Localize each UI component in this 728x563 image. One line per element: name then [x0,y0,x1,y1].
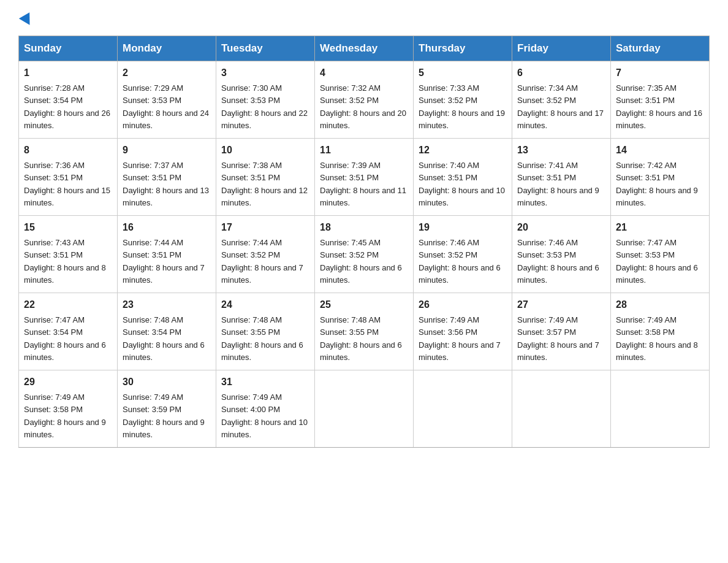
day-number: 17 [221,220,309,235]
calendar-cell: 20Sunrise: 7:46 AMSunset: 3:53 PMDayligh… [512,216,611,293]
day-info: Sunrise: 7:44 AMSunset: 3:51 PMDaylight:… [123,238,205,285]
calendar-cell: 7Sunrise: 7:35 AMSunset: 3:51 PMDaylight… [611,61,710,139]
day-number: 14 [616,143,704,158]
day-info: Sunrise: 7:49 AMSunset: 4:00 PMDaylight:… [221,393,308,439]
calendar-cell: 12Sunrise: 7:40 AMSunset: 3:51 PMDayligh… [414,139,512,216]
day-info: Sunrise: 7:35 AMSunset: 3:51 PMDaylight:… [616,83,702,130]
calendar-cell: 2Sunrise: 7:29 AMSunset: 3:53 PMDaylight… [118,61,216,139]
day-info: Sunrise: 7:28 AMSunset: 3:54 PMDaylight:… [24,83,110,130]
calendar-cell: 13Sunrise: 7:41 AMSunset: 3:51 PMDayligh… [512,139,611,216]
logo-triangle-icon [19,12,35,28]
day-info: Sunrise: 7:30 AMSunset: 3:53 PMDaylight:… [221,83,308,130]
calendar-cell: 24Sunrise: 7:48 AMSunset: 3:55 PMDayligh… [216,293,315,370]
calendar-cell [315,370,414,448]
day-info: Sunrise: 7:40 AMSunset: 3:51 PMDaylight:… [419,161,505,207]
day-number: 31 [221,375,309,389]
calendar-cell [512,370,611,448]
day-number: 6 [517,66,605,80]
day-info: Sunrise: 7:46 AMSunset: 3:52 PMDaylight:… [419,238,501,285]
day-info: Sunrise: 7:38 AMSunset: 3:51 PMDaylight:… [221,161,308,207]
weekday-header-row: SundayMondayTuesdayWednesdayThursdayFrid… [19,36,710,61]
day-info: Sunrise: 7:45 AMSunset: 3:52 PMDaylight:… [320,238,402,285]
weekday-header-tuesday: Tuesday [216,36,315,61]
calendar-cell: 1Sunrise: 7:28 AMSunset: 3:54 PMDaylight… [19,61,118,139]
calendar-cell: 9Sunrise: 7:37 AMSunset: 3:51 PMDaylight… [118,139,216,216]
week-row-1: 1Sunrise: 7:28 AMSunset: 3:54 PMDaylight… [19,61,710,139]
day-info: Sunrise: 7:34 AMSunset: 3:52 PMDaylight:… [517,83,604,130]
day-number: 27 [517,297,605,312]
calendar-cell [414,370,512,448]
day-number: 9 [123,143,211,158]
calendar-cell: 4Sunrise: 7:32 AMSunset: 3:52 PMDaylight… [315,61,414,139]
day-info: Sunrise: 7:46 AMSunset: 3:53 PMDaylight:… [517,238,599,285]
day-info: Sunrise: 7:49 AMSunset: 3:56 PMDaylight:… [419,315,501,362]
week-row-5: 29Sunrise: 7:49 AMSunset: 3:58 PMDayligh… [19,370,710,448]
day-info: Sunrise: 7:29 AMSunset: 3:53 PMDaylight:… [123,83,209,130]
calendar-cell: 17Sunrise: 7:44 AMSunset: 3:52 PMDayligh… [216,216,315,293]
day-number: 12 [419,143,507,158]
weekday-header-friday: Friday [512,36,611,61]
day-number: 16 [123,220,211,235]
day-info: Sunrise: 7:42 AMSunset: 3:51 PMDaylight:… [616,161,698,207]
day-info: Sunrise: 7:48 AMSunset: 3:55 PMDaylight:… [320,315,402,362]
calendar-cell: 25Sunrise: 7:48 AMSunset: 3:55 PMDayligh… [315,293,414,370]
day-number: 3 [221,66,309,80]
calendar-cell: 22Sunrise: 7:47 AMSunset: 3:54 PMDayligh… [19,293,118,370]
day-number: 18 [320,220,408,235]
calendar-cell: 8Sunrise: 7:36 AMSunset: 3:51 PMDaylight… [19,139,118,216]
day-number: 20 [517,220,605,235]
day-info: Sunrise: 7:43 AMSunset: 3:51 PMDaylight:… [24,238,106,285]
day-number: 23 [123,297,211,312]
calendar-cell: 27Sunrise: 7:49 AMSunset: 3:57 PMDayligh… [512,293,611,370]
day-number: 24 [221,297,309,312]
day-number: 25 [320,297,408,312]
weekday-header-saturday: Saturday [611,36,710,61]
day-number: 1 [24,66,112,80]
day-info: Sunrise: 7:33 AMSunset: 3:52 PMDaylight:… [419,83,505,130]
day-number: 4 [320,66,408,80]
weekday-header-wednesday: Wednesday [315,36,414,61]
calendar-cell: 10Sunrise: 7:38 AMSunset: 3:51 PMDayligh… [216,139,315,216]
calendar-cell: 26Sunrise: 7:49 AMSunset: 3:56 PMDayligh… [414,293,512,370]
calendar-cell: 3Sunrise: 7:30 AMSunset: 3:53 PMDaylight… [216,61,315,139]
day-info: Sunrise: 7:49 AMSunset: 3:58 PMDaylight:… [24,393,106,439]
logo [18,12,33,25]
day-number: 22 [24,297,112,312]
day-number: 7 [616,66,704,80]
calendar-cell: 28Sunrise: 7:49 AMSunset: 3:58 PMDayligh… [611,293,710,370]
day-info: Sunrise: 7:44 AMSunset: 3:52 PMDaylight:… [221,238,303,285]
calendar-cell: 14Sunrise: 7:42 AMSunset: 3:51 PMDayligh… [611,139,710,216]
weekday-header-thursday: Thursday [414,36,512,61]
day-info: Sunrise: 7:47 AMSunset: 3:53 PMDaylight:… [616,238,698,285]
day-info: Sunrise: 7:48 AMSunset: 3:54 PMDaylight:… [123,315,205,362]
day-number: 8 [24,143,112,158]
calendar-cell [611,370,710,448]
calendar-cell: 31Sunrise: 7:49 AMSunset: 4:00 PMDayligh… [216,370,315,448]
calendar-cell: 11Sunrise: 7:39 AMSunset: 3:51 PMDayligh… [315,139,414,216]
page-header [18,12,710,25]
week-row-4: 22Sunrise: 7:47 AMSunset: 3:54 PMDayligh… [19,293,710,370]
calendar-cell: 18Sunrise: 7:45 AMSunset: 3:52 PMDayligh… [315,216,414,293]
week-row-2: 8Sunrise: 7:36 AMSunset: 3:51 PMDaylight… [19,139,710,216]
day-number: 15 [24,220,112,235]
calendar-cell: 23Sunrise: 7:48 AMSunset: 3:54 PMDayligh… [118,293,216,370]
calendar-cell: 29Sunrise: 7:49 AMSunset: 3:58 PMDayligh… [19,370,118,448]
day-number: 29 [24,375,112,389]
day-number: 13 [517,143,605,158]
day-info: Sunrise: 7:32 AMSunset: 3:52 PMDaylight:… [320,83,406,130]
day-number: 5 [419,66,507,80]
day-number: 28 [616,297,704,312]
day-number: 19 [419,220,507,235]
day-number: 30 [123,375,211,389]
calendar-cell: 16Sunrise: 7:44 AMSunset: 3:51 PMDayligh… [118,216,216,293]
day-info: Sunrise: 7:49 AMSunset: 3:59 PMDaylight:… [123,393,205,439]
day-number: 10 [221,143,309,158]
logo-blue-text [18,15,33,25]
calendar-cell: 19Sunrise: 7:46 AMSunset: 3:52 PMDayligh… [414,216,512,293]
weekday-header-monday: Monday [118,36,216,61]
calendar-cell: 21Sunrise: 7:47 AMSunset: 3:53 PMDayligh… [611,216,710,293]
day-info: Sunrise: 7:47 AMSunset: 3:54 PMDaylight:… [24,315,106,362]
day-info: Sunrise: 7:41 AMSunset: 3:51 PMDaylight:… [517,161,599,207]
day-info: Sunrise: 7:48 AMSunset: 3:55 PMDaylight:… [221,315,303,362]
day-info: Sunrise: 7:37 AMSunset: 3:51 PMDaylight:… [123,161,209,207]
